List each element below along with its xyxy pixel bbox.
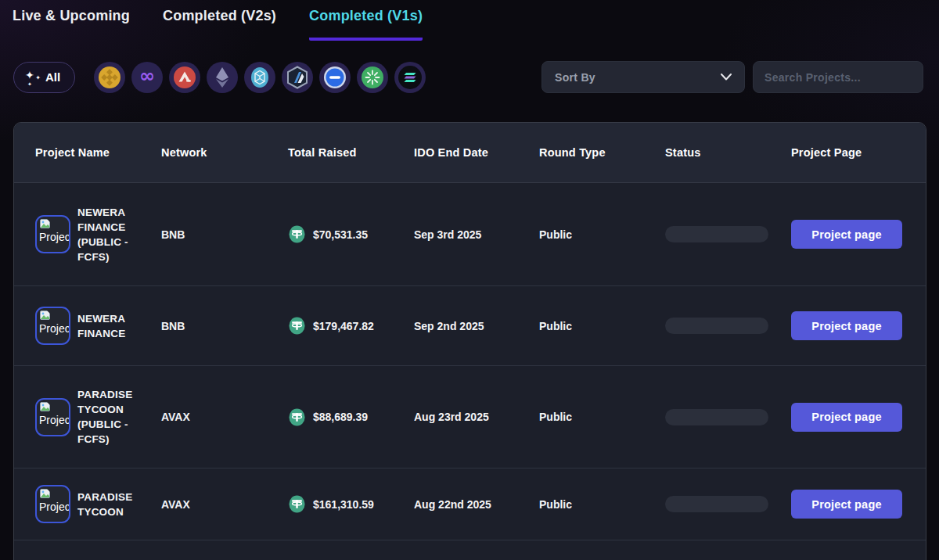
tether-icon — [288, 495, 306, 513]
broken-image-alt-text: Projec — [39, 322, 70, 335]
chain-icon-base[interactable] — [319, 62, 351, 93]
arbitrum-icon — [286, 66, 308, 89]
status-badge — [665, 496, 768, 512]
total-raised-cell: $88,689.39 — [288, 408, 414, 426]
project-logo-broken-image: Projec — [35, 398, 70, 436]
network-cell: BNB — [161, 320, 288, 332]
round-type-cell: Public — [539, 411, 665, 423]
project-page-button[interactable]: Project page — [791, 220, 902, 249]
project-page-button[interactable]: Project page — [791, 490, 902, 519]
tab-completed-v2s[interactable]: Completed (V2s) — [163, 8, 276, 41]
chain-filter-list: ∞ — [94, 62, 426, 93]
project-name: NEWERA FINANCE — [77, 311, 146, 341]
bnb-icon — [99, 66, 121, 88]
round-type-cell: Public — [539, 228, 665, 241]
chain-icon-polygon[interactable]: ∞ — [131, 62, 163, 93]
round-type-cell: Public — [539, 320, 665, 332]
table-row: Projec NEWERA FINANCE (PUBLIC - FCFS) BN… — [14, 183, 926, 286]
column-header-status: Status — [665, 146, 791, 159]
status-cell — [665, 409, 791, 425]
project-page-cell: Project page — [791, 311, 926, 340]
search-input[interactable] — [753, 61, 923, 93]
tab-completed-v1s[interactable]: Completed (V1s) — [309, 8, 423, 41]
filter-all-label: All — [45, 70, 60, 84]
broken-image-icon — [40, 219, 52, 229]
chain-icon-bnb[interactable] — [94, 62, 125, 93]
tether-icon — [288, 317, 306, 335]
project-page-button[interactable]: Project page — [791, 403, 902, 432]
polygon-icon: ∞ — [135, 66, 159, 89]
column-header-project-name: Project Name — [35, 146, 161, 159]
project-logo-broken-image: Projec — [35, 215, 70, 253]
filter-all-button[interactable]: ✦✦✦ All — [13, 62, 75, 93]
broken-image-alt-text: Projec — [39, 414, 70, 426]
ido-end-date-cell: Aug 23rd 2025 — [414, 411, 539, 423]
ido-end-date-cell: Sep 2nd 2025 — [414, 320, 539, 332]
svg-text:∞: ∞ — [139, 66, 155, 87]
total-raised-cell: $161,310.59 — [288, 495, 414, 513]
green-asterisk-icon — [362, 66, 383, 88]
project-page-button[interactable]: Project page — [791, 311, 902, 340]
chain-icon-arbitrum[interactable] — [282, 62, 313, 93]
broken-image-icon — [40, 311, 52, 321]
project-name: PARADISE TYCOON (PUBLIC - FCFS) — [77, 387, 146, 447]
avalanche-icon — [174, 66, 196, 88]
total-raised-amount: $161,310.59 — [313, 498, 374, 511]
column-header-network: Network — [161, 146, 288, 159]
total-raised-amount: $70,531.35 — [313, 228, 368, 241]
filter-right-group: Sort By — [541, 61, 923, 93]
status-cell — [665, 496, 791, 512]
network-cell: BNB — [161, 228, 288, 241]
ethereum-icon — [214, 66, 231, 89]
status-badge — [665, 318, 768, 334]
sort-by-dropdown[interactable]: Sort By — [541, 61, 745, 93]
project-page-cell: Project page — [791, 220, 926, 249]
round-type-cell: Public — [539, 498, 665, 511]
broken-image-alt-text: Projec — [39, 231, 70, 243]
solana-icon — [398, 66, 422, 89]
project-logo-broken-image: Projec — [35, 307, 70, 345]
tab-live-upcoming[interactable]: Live & Upcoming — [13, 8, 130, 41]
table-row: Projec PARADISE TYCOON (PUBLIC - FCFS) A… — [14, 366, 926, 468]
base-icon — [324, 66, 346, 88]
project-name: NEWERA FINANCE (PUBLIC - FCFS) — [77, 205, 146, 264]
total-raised-cell: $70,531.35 — [288, 225, 414, 243]
column-header-total-raised: Total Raised — [288, 146, 414, 159]
filter-bar: ✦✦✦ All ∞ — [13, 61, 923, 93]
sparkles-icon: ✦✦✦ — [25, 70, 39, 84]
broken-image-icon — [40, 402, 52, 412]
status-badge — [665, 409, 768, 425]
table-header-row: Project Name Network Total Raised IDO En… — [14, 123, 926, 183]
chain-icon-green-asterisk[interactable] — [357, 62, 388, 93]
chain-icon-solana[interactable] — [394, 62, 426, 93]
project-name: PARADISE TYCOON — [77, 490, 146, 519]
chevron-down-icon — [721, 74, 732, 81]
network-cell: AVAX — [161, 411, 288, 423]
status-cell — [665, 318, 791, 334]
status-cell — [665, 226, 791, 242]
sort-by-label: Sort By — [555, 71, 595, 84]
project-name-cell: Projec PARADISE TYCOON (PUBLIC - FCFS) — [35, 387, 161, 447]
total-raised-cell: $179,467.82 — [288, 317, 414, 335]
projects-table: Project Name Network Total Raised IDO En… — [13, 122, 926, 560]
table-row: Projec PARADISE TYCOON AVAX $161,310.59 … — [14, 468, 926, 540]
fantom-icon — [249, 66, 271, 88]
column-header-ido-end-date: IDO End Date — [414, 146, 539, 159]
ido-end-date-cell: Sep 3rd 2025 — [414, 228, 539, 241]
project-name-cell: Projec NEWERA FINANCE — [35, 307, 161, 345]
tether-icon — [288, 408, 306, 426]
chain-icon-ethereum[interactable] — [207, 62, 238, 93]
tab-bar: Live & Upcoming Completed (V2s) Complete… — [0, 0, 939, 41]
project-name-cell: Projec NEWERA FINANCE (PUBLIC - FCFS) — [35, 205, 161, 264]
tether-icon — [288, 225, 306, 243]
project-page-cell: Project page — [791, 490, 926, 519]
project-logo-broken-image: Projec — [35, 485, 70, 523]
table-row: Projec NEWERA FINANCE BNB $179,467.82 Se… — [14, 286, 926, 366]
status-badge — [665, 226, 768, 242]
total-raised-amount: $179,467.82 — [313, 320, 374, 332]
chain-icon-fantom[interactable] — [244, 62, 275, 93]
total-raised-amount: $88,689.39 — [313, 411, 368, 423]
chain-icon-avalanche[interactable] — [169, 62, 200, 93]
project-name-cell: Projec PARADISE TYCOON — [35, 485, 161, 523]
ido-end-date-cell: Aug 22nd 2025 — [414, 498, 539, 511]
